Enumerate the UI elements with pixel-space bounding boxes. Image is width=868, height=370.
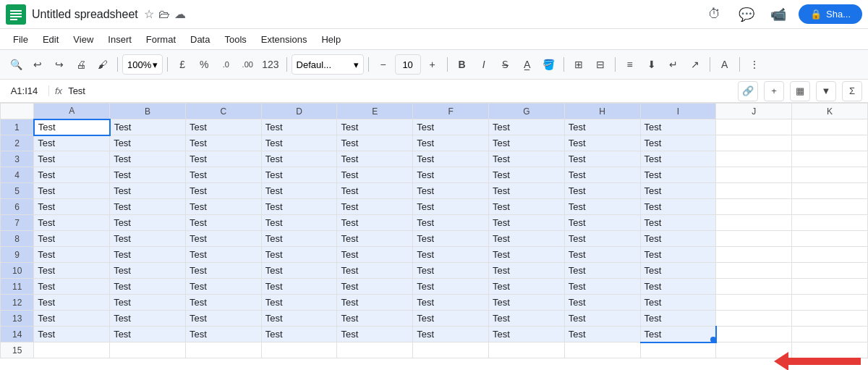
cell-E10[interactable]: Test — [337, 263, 413, 279]
cell-D10[interactable]: Test — [261, 263, 337, 279]
cell-A11[interactable]: Test — [34, 279, 110, 295]
cell-I9[interactable]: Test — [640, 247, 716, 263]
percent-button[interactable]: % — [194, 54, 214, 75]
cell-I1[interactable]: Test — [640, 119, 716, 135]
menu-tools[interactable]: Tools — [217, 31, 253, 48]
row-header-13[interactable]: 13 — [1, 311, 34, 327]
col-header-J[interactable]: J — [716, 104, 792, 119]
font-size-increase[interactable]: + — [422, 54, 443, 75]
cell-F5[interactable]: Test — [413, 183, 489, 199]
cell-E7[interactable]: Test — [337, 215, 413, 231]
cell-C12[interactable]: Test — [185, 295, 261, 311]
cell-I8[interactable]: Test — [640, 231, 716, 247]
cell-C4[interactable]: Test — [185, 167, 261, 183]
cell-A10[interactable]: Test — [34, 263, 110, 279]
cell-A2[interactable]: Test — [34, 135, 110, 151]
cell-A5[interactable]: Test — [34, 183, 110, 199]
menu-file[interactable]: File — [6, 31, 35, 48]
currency-button[interactable]: £ — [172, 54, 192, 75]
cell-H15[interactable] — [564, 342, 640, 358]
cell-E2[interactable]: Test — [337, 135, 413, 151]
cell-D1[interactable]: Test — [261, 119, 337, 135]
cell-I15[interactable] — [640, 342, 716, 358]
row-header-14[interactable]: 14 — [1, 327, 34, 342]
col-header-D[interactable]: D — [261, 104, 337, 119]
cell-E12[interactable]: Test — [337, 295, 413, 311]
cell-J5[interactable] — [716, 183, 792, 199]
row-header-4[interactable]: 4 — [1, 167, 34, 183]
cell-F10[interactable]: Test — [413, 263, 489, 279]
cell-K6[interactable] — [792, 199, 868, 215]
cell-E14[interactable]: Test — [337, 327, 413, 342]
cell-C8[interactable]: Test — [185, 231, 261, 247]
col-header-A[interactable]: A — [34, 104, 110, 119]
cell-F3[interactable]: Test — [413, 151, 489, 167]
cell-D12[interactable]: Test — [261, 295, 337, 311]
cell-E5[interactable]: Test — [337, 183, 413, 199]
menu-format[interactable]: Format — [139, 31, 183, 48]
cell-E4[interactable]: Test — [337, 167, 413, 183]
cell-G13[interactable]: Test — [489, 311, 565, 327]
cell-C6[interactable]: Test — [185, 199, 261, 215]
cell-H12[interactable]: Test — [564, 295, 640, 311]
cell-H2[interactable]: Test — [564, 135, 640, 151]
cell-E15[interactable] — [337, 342, 413, 358]
col-header-C[interactable]: C — [185, 104, 261, 119]
font-color-btn2[interactable]: A — [715, 54, 735, 75]
font-size-decrease[interactable]: − — [373, 54, 393, 75]
cell-H8[interactable]: Test — [564, 231, 640, 247]
cell-C13[interactable]: Test — [185, 311, 261, 327]
cell-F12[interactable]: Test — [413, 295, 489, 311]
cell-H10[interactable]: Test — [564, 263, 640, 279]
cell-G2[interactable]: Test — [489, 135, 565, 151]
cell-H14[interactable]: Test — [564, 327, 640, 342]
cell-F1[interactable]: Test — [413, 119, 489, 135]
cell-C9[interactable]: Test — [185, 247, 261, 263]
cell-B14[interactable]: Test — [110, 327, 186, 342]
cell-A12[interactable]: Test — [34, 295, 110, 311]
cell-D8[interactable]: Test — [261, 231, 337, 247]
row-header-2[interactable]: 2 — [1, 135, 34, 151]
cell-B5[interactable]: Test — [110, 183, 186, 199]
cell-J1[interactable] — [716, 119, 792, 135]
zoom-selector[interactable]: 100% ▾ — [122, 54, 163, 75]
cell-F6[interactable]: Test — [413, 199, 489, 215]
font-selector[interactable]: Defaul... ▾ — [292, 54, 364, 75]
cell-A14[interactable]: Test — [34, 327, 110, 342]
grid-area[interactable]: A B C D E F G H I J K 1TestTestTestTestT… — [0, 103, 868, 370]
rotate-button[interactable]: ↗ — [685, 54, 705, 75]
cell-C10[interactable]: Test — [185, 263, 261, 279]
cell-E8[interactable]: Test — [337, 231, 413, 247]
cell-A1[interactable]: Test — [34, 119, 110, 135]
cell-G1[interactable]: Test — [489, 119, 565, 135]
cell-J15[interactable] — [716, 342, 792, 358]
cell-B4[interactable]: Test — [110, 167, 186, 183]
print-button[interactable]: 🖨 — [71, 54, 91, 75]
cell-J8[interactable] — [716, 231, 792, 247]
search-button[interactable]: 🔍 — [6, 54, 26, 75]
cell-G7[interactable]: Test — [489, 215, 565, 231]
fill-color-button[interactable]: 🪣 — [539, 54, 559, 75]
cell-G6[interactable]: Test — [489, 199, 565, 215]
cell-D13[interactable]: Test — [261, 311, 337, 327]
cell-G10[interactable]: Test — [489, 263, 565, 279]
cell-K5[interactable] — [792, 183, 868, 199]
cell-E3[interactable]: Test — [337, 151, 413, 167]
col-header-I[interactable]: I — [640, 104, 716, 119]
wrap-button[interactable]: ↵ — [663, 54, 684, 75]
cell-D3[interactable]: Test — [261, 151, 337, 167]
cell-K12[interactable] — [792, 295, 868, 311]
cell-H3[interactable]: Test — [564, 151, 640, 167]
cell-D11[interactable]: Test — [261, 279, 337, 295]
menu-extensions[interactable]: Extensions — [254, 31, 315, 48]
cell-G11[interactable]: Test — [489, 279, 565, 295]
borders-button[interactable]: ⊞ — [569, 54, 589, 75]
star-icon[interactable]: ☆ — [144, 7, 154, 21]
cell-K4[interactable] — [792, 167, 868, 183]
spreadsheet-title[interactable]: Untitled spreadsheet — [32, 8, 138, 21]
cell-I14[interactable]: Test — [640, 327, 716, 342]
cell-K8[interactable] — [792, 231, 868, 247]
cell-K2[interactable] — [792, 135, 868, 151]
cell-J4[interactable] — [716, 167, 792, 183]
cell-B6[interactable]: Test — [110, 199, 186, 215]
